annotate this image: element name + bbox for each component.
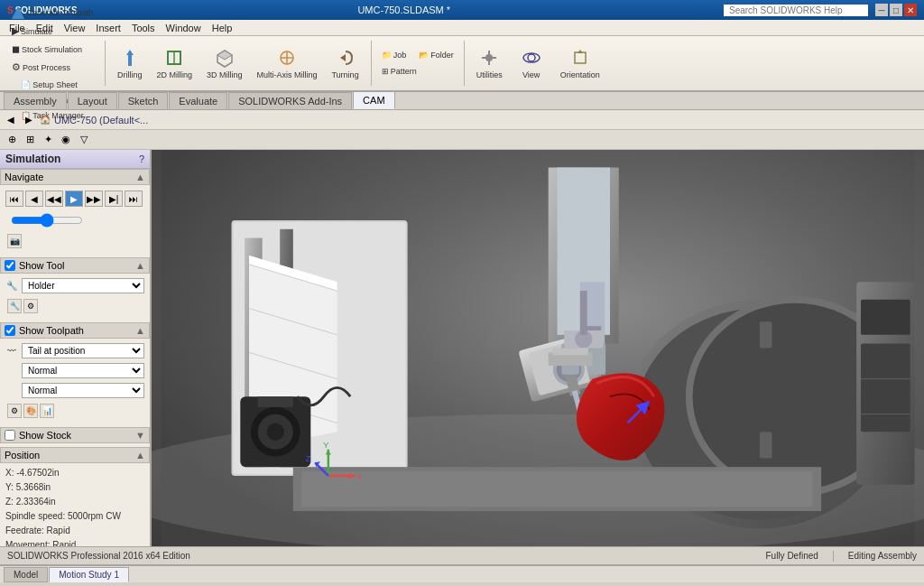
- fully-defined-status: Fully Defined: [765, 551, 818, 561]
- svg-rect-56: [861, 300, 910, 335]
- turning-button[interactable]: Turning: [325, 43, 365, 83]
- main-content: Simulation ? Navigate ▲ ⏮ ◀ ◀◀ ▶ ▶▶ ▶| ⏭…: [0, 150, 924, 546]
- machine-scene-svg: X Y Z: [152, 150, 924, 546]
- help-icon[interactable]: ?: [139, 153, 144, 164]
- nav-play-button[interactable]: ▶: [65, 191, 83, 207]
- icon-strip-btn-1[interactable]: ⊕: [4, 132, 20, 148]
- show-stock-checkbox[interactable]: [5, 430, 15, 441]
- setup-sheet-label: Setup Sheet: [32, 80, 78, 89]
- tool-type-dropdown[interactable]: Holder Tool Both None: [22, 278, 144, 293]
- window-controls: ─ □ ✕: [875, 4, 917, 16]
- simulate-button[interactable]: ▶ Simulate: [7, 23, 97, 40]
- icon-strip-btn-5[interactable]: ▽: [76, 132, 92, 148]
- job-button[interactable]: 📁 Job: [377, 48, 411, 62]
- tab-cam[interactable]: CAM: [353, 91, 394, 109]
- icon-strip-btn-3[interactable]: ✦: [40, 132, 56, 148]
- menu-help[interactable]: Help: [207, 21, 238, 35]
- tab-bar: Assembly Layout Sketch Evaluate SOLIDWOR…: [0, 92, 924, 110]
- toolpath-dropdown3-row: Normal Fast Slow: [4, 382, 146, 399]
- toolpath-icon-btn-2[interactable]: 🎨: [23, 404, 38, 418]
- pos-y-value: Y: 5.3668in: [5, 482, 51, 492]
- motion-study-tab[interactable]: Motion Study 1: [49, 567, 129, 582]
- tab-layout[interactable]: Layout: [68, 92, 117, 109]
- tab-assembly[interactable]: Assembly: [4, 92, 67, 109]
- toolpath-icon-btn-1[interactable]: ⚙: [7, 404, 22, 418]
- orientation-button[interactable]: Orientation: [554, 43, 606, 83]
- icon-strip-btn-2[interactable]: ⊞: [22, 132, 38, 148]
- forward-icon[interactable]: ▶: [22, 113, 36, 127]
- post-process-label: Post Process: [23, 63, 70, 72]
- speed-slider[interactable]: [11, 217, 83, 224]
- window-title: UMC-750.SLDASM *: [85, 5, 724, 15]
- show-tool-section: 🔧 Holder Tool Both None 🔧 ⚙: [0, 274, 150, 319]
- tab-evaluate[interactable]: Evaluate: [169, 92, 227, 109]
- svg-point-11: [528, 54, 535, 61]
- show-toolpath-checkbox[interactable]: [5, 325, 15, 336]
- pattern-button[interactable]: ⊞ Pattern: [377, 64, 421, 79]
- stock-simulation-button[interactable]: ◼ Stock Simulation: [7, 41, 97, 58]
- turning-label: Turning: [331, 70, 358, 79]
- post-process-icon: ⚙: [12, 61, 21, 73]
- nav-step-fwd-button[interactable]: ▶|: [105, 191, 123, 207]
- svg-rect-50: [580, 291, 587, 335]
- orientation-label: Orientation: [560, 70, 600, 79]
- bottom-tabs: Model Motion Study 1: [0, 564, 924, 582]
- nav-play-fast-button[interactable]: ▶▶: [85, 191, 103, 207]
- menu-window[interactable]: Window: [161, 21, 207, 35]
- pattern-label: Pattern: [391, 67, 417, 76]
- tab-sketch[interactable]: Sketch: [118, 92, 169, 109]
- navigate-label: Navigate: [5, 172, 43, 182]
- drilling-button[interactable]: Drilling: [111, 43, 149, 83]
- navigate-section-header[interactable]: Navigate ▲: [0, 169, 150, 185]
- job-label: Job: [393, 51, 407, 60]
- folder-button[interactable]: 📂 Folder: [414, 48, 458, 62]
- maximize-button[interactable]: □: [890, 4, 902, 16]
- folder-label: Folder: [430, 51, 454, 60]
- feedrate-row: Feedrate: Rapid: [4, 525, 146, 536]
- back-icon[interactable]: ◀: [4, 113, 18, 127]
- tool-icon-btn-2[interactable]: ⚙: [23, 299, 38, 313]
- camera-button[interactable]: 📷: [7, 234, 22, 248]
- minimize-button[interactable]: ─: [875, 4, 888, 16]
- milling-3d-button[interactable]: 3D Milling: [200, 43, 249, 83]
- show-tool-header[interactable]: Show Tool ▲: [0, 257, 150, 274]
- post-process-button[interactable]: ⚙ Post Process: [7, 59, 97, 76]
- tool-icon-btn-1[interactable]: 🔧: [7, 299, 22, 313]
- toolpath-icon-btn-3[interactable]: 📊: [40, 404, 54, 418]
- nav-to-start-button[interactable]: ⏮: [5, 191, 23, 207]
- setup-sheet-button[interactable]: 📄 Setup Sheet: [16, 78, 88, 92]
- view-button[interactable]: View: [514, 43, 549, 83]
- position-collapse-icon: ▲: [135, 450, 145, 460]
- pos-z-value: Z: 2.33364in: [5, 497, 56, 507]
- stock-sim-icon: ◼: [12, 43, 20, 55]
- icon-strip-btn-4[interactable]: ◉: [58, 132, 74, 148]
- machining-ops-section: Drilling 2D Milling 3D Milling Multi-Axi…: [109, 42, 367, 85]
- folder-icon: 📂: [419, 51, 429, 60]
- show-tool-checkbox[interactable]: [5, 260, 15, 271]
- toolpath-speed1-dropdown[interactable]: Normal Fast Slow: [22, 363, 144, 378]
- show-stock-header[interactable]: Show Stock ▼: [0, 427, 150, 443]
- pos-z-row: Z: 2.33364in: [4, 496, 146, 507]
- 3d-viewport[interactable]: X Y Z: [152, 150, 924, 546]
- search-input[interactable]: [724, 5, 868, 16]
- svg-marker-5: [217, 51, 232, 60]
- nav-step-back-button[interactable]: ◀: [25, 191, 43, 207]
- menu-tools[interactable]: Tools: [126, 21, 161, 35]
- generate-toolpath-button[interactable]: Generate Toolpath: [7, 4, 97, 22]
- show-stock-header-content: Show Stock: [5, 430, 71, 441]
- show-toolpath-header[interactable]: Show Toolpath ▲: [0, 322, 150, 339]
- utilities-button[interactable]: Utilities: [470, 43, 509, 83]
- multi-axis-icon: [276, 47, 298, 69]
- close-button[interactable]: ✕: [904, 4, 917, 16]
- nav-to-end-button[interactable]: ⏭: [125, 191, 143, 207]
- position-section-header[interactable]: Position ▲: [0, 447, 150, 463]
- toolpath-display-dropdown[interactable]: Tail at position Full path None: [22, 343, 144, 358]
- tab-solidworks-addins[interactable]: SOLIDWORKS Add-Ins: [228, 92, 352, 109]
- nav-play-back-button[interactable]: ◀◀: [45, 191, 63, 207]
- toolpath-speed2-dropdown[interactable]: Normal Fast Slow: [22, 383, 144, 398]
- model-tab[interactable]: Model: [4, 567, 48, 582]
- milling-2d-button[interactable]: 2D Milling: [150, 43, 199, 83]
- multi-axis-button[interactable]: Multi-Axis Milling: [250, 43, 323, 83]
- svg-rect-61: [302, 471, 813, 507]
- status-bar: SOLIDWORKS Professional 2016 x64 Edition…: [0, 546, 924, 564]
